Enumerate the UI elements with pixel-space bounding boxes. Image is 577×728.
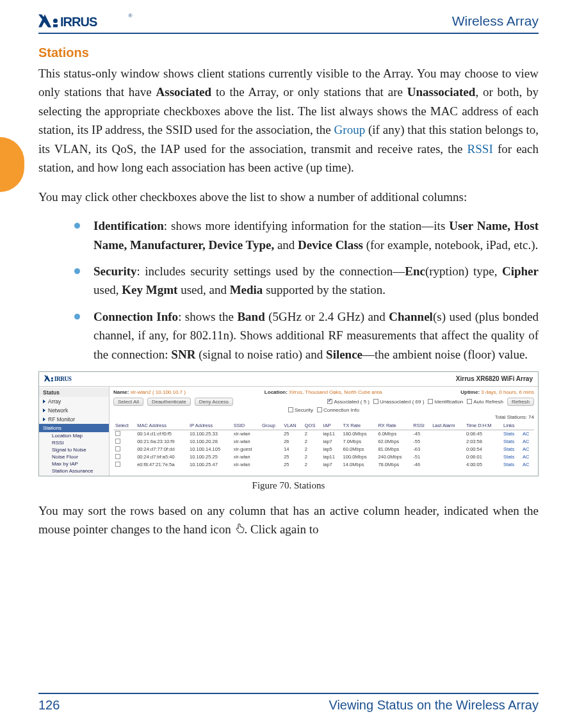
array-location: Xirrus, Thousand Oaks, North Cube area (289, 389, 382, 395)
table-row: 00:24:d7:77:0f:dd10.100.14.105xir-guest1… (113, 446, 534, 453)
nav-sub-item[interactable]: RSSI (39, 439, 109, 446)
table-row: 00:14:d1:cf:f0:f510.100.25.33xir-wlan252… (113, 430, 534, 438)
svg-rect-3 (53, 24, 58, 28)
hand-cursor-icon (234, 521, 245, 540)
list-item: Security: includes security settings use… (74, 262, 539, 300)
ac-link[interactable]: AC (521, 453, 534, 461)
svg-text:IRRUS: IRRUS (54, 376, 72, 382)
unassociated-checkbox[interactable]: Unassociated ( 69 ) (373, 399, 424, 405)
ac-link[interactable]: AC (521, 461, 534, 469)
connection-info-checkbox[interactable]: Connection Info (317, 407, 359, 413)
ac-link[interactable]: AC (521, 446, 534, 453)
device-model-title: Xirrus XR6820 WiFi Array (456, 375, 533, 382)
column-options-list: Identification: shows more identifying i… (38, 216, 539, 364)
stats-link[interactable]: Stats (501, 430, 521, 438)
xirrus-logo: IRRUS ® (38, 13, 134, 29)
column-header[interactable]: MAC Address (135, 421, 188, 430)
associated-checkbox[interactable]: Associated ( 5 ) (327, 399, 370, 405)
intro-paragraph: This status-only window shows client sta… (38, 64, 539, 177)
deauthenticate-button[interactable]: Deauthenticate (147, 398, 191, 406)
ac-link[interactable]: AC (521, 438, 534, 446)
deny-access-button[interactable]: Deny Access (195, 398, 233, 406)
row-select-checkbox[interactable] (115, 439, 120, 444)
columns-intro: You may click other checkboxes above the… (38, 188, 539, 206)
svg-rect-9 (51, 380, 53, 382)
total-stations: Total Stations: 74 (113, 414, 534, 420)
column-header[interactable]: TX Rate (341, 421, 377, 430)
figure-stations-screenshot: IRRUS Xirrus XR6820 WiFi Array Status Ar… (38, 371, 539, 476)
table-row: e0:f8:47:21:7e:5a10.100.25.47xir-wlan252… (113, 461, 534, 469)
figure-caption: Figure 70. Stations (38, 480, 539, 491)
column-header[interactable]: Links (501, 421, 521, 430)
row-select-checkbox[interactable] (115, 446, 120, 451)
auto-refresh-checkbox[interactable]: Auto Refresh (467, 399, 503, 405)
nav-sub-item[interactable]: Signal to Noise (39, 446, 109, 453)
refresh-button[interactable]: Refresh (507, 398, 534, 406)
xirrus-logo-small: IRRUS (44, 375, 89, 384)
column-header[interactable]: QOS (303, 421, 321, 430)
row-select-checkbox[interactable] (115, 431, 120, 436)
identification-checkbox[interactable]: Identification (428, 399, 463, 405)
section-title: Stations (38, 45, 539, 60)
nav-sub-item[interactable]: Noise Floor (39, 453, 109, 460)
group-link[interactable]: Group (334, 123, 366, 136)
security-checkbox[interactable]: Security (288, 407, 313, 413)
page-header: IRRUS ® Wireless Array (38, 13, 539, 34)
column-header[interactable]: Select (113, 421, 135, 430)
row-select-checkbox[interactable] (115, 454, 120, 459)
stats-link[interactable]: Stats (501, 438, 521, 446)
column-header[interactable] (521, 421, 534, 430)
header-product-name: Wireless Array (452, 13, 539, 29)
column-header[interactable]: Time D:H:M (464, 421, 501, 430)
list-item: Connection Info: shows the Band (5GHz or… (74, 307, 539, 364)
table-row: 00:21:6a:23:10:f910.100.20.28xir-wlan262… (113, 438, 534, 446)
stats-link[interactable]: Stats (501, 453, 521, 461)
column-header[interactable]: RSSI (411, 421, 430, 430)
page-number: 126 (38, 698, 60, 713)
column-header[interactable]: VLAN (282, 421, 303, 430)
stations-table: SelectMAC AddressIP AddressSSIDGroupVLAN… (113, 421, 534, 469)
select-all-button[interactable]: Select All (113, 398, 143, 406)
array-name: xlr-wlan2 ( 10.100.10.7 ) (131, 389, 186, 395)
column-header[interactable]: IAP (321, 421, 341, 430)
row-select-checkbox[interactable] (115, 462, 120, 467)
svg-text:®: ® (128, 13, 133, 19)
column-header[interactable]: RX Rate (376, 421, 411, 430)
rssi-link[interactable]: RSSI (467, 142, 493, 156)
array-uptime: 3 days, 0 hours, 6 mins (481, 389, 534, 395)
nav-header: Status (39, 388, 109, 397)
nav-sub-item[interactable]: Location Map (39, 432, 109, 439)
column-header[interactable]: IP Address (188, 421, 232, 430)
nav-item-network[interactable]: Network (39, 406, 109, 415)
table-row: 00:24:d7:bf:a5:4010.100.25.25xir-wlan252… (113, 453, 534, 461)
stats-link[interactable]: Stats (501, 446, 521, 453)
nav-item-stations-current[interactable]: Stations (39, 424, 109, 432)
stats-link[interactable]: Stats (501, 461, 521, 469)
nav-sub-item[interactable]: Max by IAP (39, 460, 109, 467)
svg-text:IRRUS: IRRUS (60, 15, 97, 29)
list-item: Identification: shows more identifying i… (74, 216, 539, 254)
nav-item-array[interactable]: Array (39, 397, 109, 406)
page-footer: 126 Viewing Status on the Wireless Array (38, 693, 539, 713)
footer-breadcrumb: Viewing Status on the Wireless Array (329, 698, 539, 713)
nav-sidebar: Status Array Network RF Monitor Stations… (39, 387, 110, 476)
nav-item-rf-monitor[interactable]: RF Monitor (39, 415, 109, 424)
ac-link[interactable]: AC (521, 430, 534, 438)
column-header[interactable]: Group (260, 421, 282, 430)
svg-point-2 (53, 19, 58, 23)
column-header[interactable]: SSID (232, 421, 260, 430)
nav-sub-item[interactable]: Station Assurance (39, 467, 109, 474)
sort-paragraph: You may sort the rows based on any colum… (38, 501, 539, 540)
svg-point-8 (51, 377, 53, 379)
column-header[interactable]: Last Alarm (430, 421, 464, 430)
